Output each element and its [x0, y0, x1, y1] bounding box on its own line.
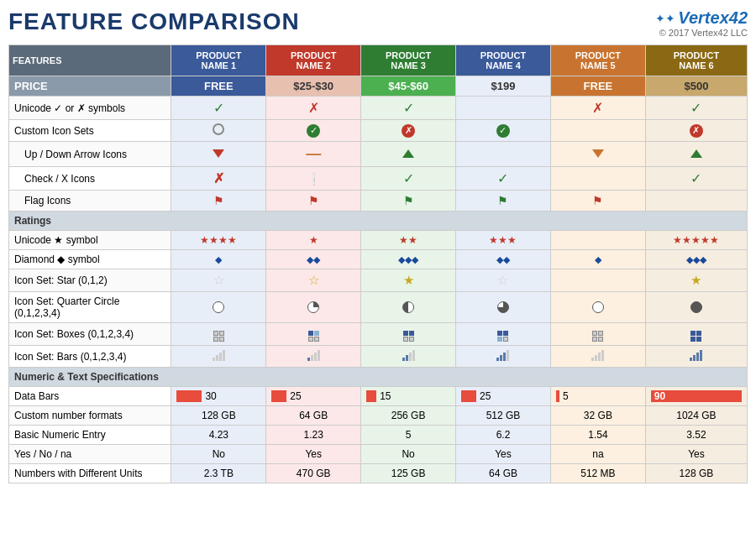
- cell-p6: 3.52: [645, 426, 747, 445]
- row-numbers-units: Numbers with Different Units 2.3 TB 470 …: [9, 464, 748, 483]
- feat-unicode-star: Unicode ★ symbol: [9, 231, 171, 250]
- section-ratings-label: Ratings: [9, 212, 748, 231]
- cell-p4: ✓: [456, 167, 551, 191]
- cell-p2: ✓: [266, 120, 361, 142]
- cell-p4: Yes: [456, 445, 551, 464]
- cell-p6: Yes: [645, 445, 747, 464]
- cell-p4: [456, 97, 551, 120]
- cell-p1: ⚑: [171, 191, 266, 212]
- cell-p3: ◆◆◆: [361, 250, 456, 269]
- price-p6: $500: [645, 76, 747, 97]
- cell-p1: ✗: [171, 167, 266, 191]
- cell-p3: [361, 323, 456, 346]
- cell-p2: —: [266, 142, 361, 167]
- comparison-table: FEATURES PRODUCTNAME 1 PRODUCTNAME 2 PRO…: [8, 44, 748, 483]
- page-header: FEATURE COMPARISON ✦✦ Vertex42 © 2017 Ve…: [8, 8, 748, 38]
- feat-flags: Flag Icons: [9, 191, 171, 212]
- cell-p2: 64 GB: [266, 406, 361, 426]
- cell-p6: 1024 GB: [645, 406, 747, 426]
- cell-p5: ◆: [550, 250, 645, 269]
- cell-p6: [645, 292, 747, 323]
- cell-p3: ✓: [361, 167, 456, 191]
- cell-p1: [171, 346, 266, 368]
- cell-p4: ⚑: [456, 191, 551, 212]
- price-p4: $199: [456, 76, 551, 97]
- price-row: PRICE FREE $25-$30 $45-$60 $199 FREE $50…: [9, 76, 748, 97]
- cell-p4: ★★★: [456, 231, 551, 250]
- th-features: FEATURES: [9, 45, 171, 76]
- cell-p5: 512 MB: [550, 464, 645, 483]
- cell-p4: [456, 346, 551, 368]
- row-iconset-bars: Icon Set: Bars (0,1,2,3,4): [9, 346, 748, 368]
- cell-p2: ✗: [266, 97, 361, 120]
- cell-p5: [550, 269, 645, 292]
- cell-p1: 2.3 TB: [171, 464, 266, 483]
- cell-p1: ◆: [171, 250, 266, 269]
- cell-p5: [550, 120, 645, 142]
- cell-p6: 90: [645, 387, 747, 406]
- cell-p6: ★★★★★: [645, 231, 747, 250]
- row-updown-arrows: Up / Down Arrow Icons —: [9, 142, 748, 167]
- cell-p1: ★★★★: [171, 231, 266, 250]
- feat-iconset-quarter: Icon Set: Quarter Circle (0,1,2,3,4): [9, 292, 171, 323]
- cell-p6: [645, 191, 747, 212]
- cell-p5: [550, 323, 645, 346]
- cell-p1: 30: [171, 387, 266, 406]
- cell-p6: [645, 346, 747, 368]
- row-custom-icon-sets: Custom Icon Sets ✓ ✗ ✓ ✗: [9, 120, 748, 142]
- cell-p2: 25: [266, 387, 361, 406]
- cell-p3: ★★: [361, 231, 456, 250]
- cell-p2: Yes: [266, 445, 361, 464]
- cell-p2: [266, 292, 361, 323]
- cell-p1: 128 GB: [171, 406, 266, 426]
- feat-yes-no-na: Yes / No / na: [9, 445, 171, 464]
- row-yes-no-na: Yes / No / na No Yes No Yes na Yes: [9, 445, 748, 464]
- cell-p1: 4.23: [171, 426, 266, 445]
- cell-p3: ✗: [361, 120, 456, 142]
- cell-p3: 15: [361, 387, 456, 406]
- cell-p6: [645, 142, 747, 167]
- cell-p5: [550, 292, 645, 323]
- cell-p6: [645, 323, 747, 346]
- cell-p6: ★: [645, 269, 747, 292]
- row-iconset-boxes: Icon Set: Boxes (0,1,2,3,4): [9, 323, 748, 346]
- th-p6: PRODUCTNAME 6: [645, 45, 747, 76]
- cell-p6: ◆◆◆: [645, 250, 747, 269]
- cell-p2: ❕: [266, 167, 361, 191]
- cell-p4: 6.2: [456, 426, 551, 445]
- cell-p6: ✗: [645, 120, 747, 142]
- feat-iconset-boxes: Icon Set: Boxes (0,1,2,3,4): [9, 323, 171, 346]
- cell-p5: [550, 167, 645, 191]
- cell-p5: [550, 346, 645, 368]
- cell-p6: ✓: [645, 97, 747, 120]
- cell-p4: [456, 142, 551, 167]
- logo: ✦✦ Vertex42: [655, 8, 748, 28]
- section-ratings: Ratings: [9, 212, 748, 231]
- feat-numbers-units: Numbers with Different Units: [9, 464, 171, 483]
- logo-sub: © 2017 Vertex42 LLC: [655, 28, 748, 38]
- th-p5: PRODUCTNAME 5: [550, 45, 645, 76]
- cell-p5: 32 GB: [550, 406, 645, 426]
- cell-p5: 5: [550, 387, 645, 406]
- cell-p4: ✓: [456, 120, 551, 142]
- cell-p2: [266, 323, 361, 346]
- cell-p1: [171, 142, 266, 167]
- section-numeric: Numeric & Text Specifications: [9, 368, 748, 387]
- cell-p5: [550, 231, 645, 250]
- th-p1: PRODUCTNAME 1: [171, 45, 266, 76]
- row-data-bars: Data Bars 30 25 15: [9, 387, 748, 406]
- cell-p1: ☆: [171, 269, 266, 292]
- cell-p2: 470 GB: [266, 464, 361, 483]
- column-headers: FEATURES PRODUCTNAME 1 PRODUCTNAME 2 PRO…: [9, 45, 748, 76]
- cell-p5: ✗: [550, 97, 645, 120]
- cell-p3: ★: [361, 269, 456, 292]
- cell-p4: ☆: [456, 269, 551, 292]
- cell-p6: ✓: [645, 167, 747, 191]
- feat-iconset-star: Icon Set: Star (0,1,2): [9, 269, 171, 292]
- price-p3: $45-$60: [361, 76, 456, 97]
- cell-p2: ⚑: [266, 191, 361, 212]
- cell-p3: 5: [361, 426, 456, 445]
- th-p2: PRODUCTNAME 2: [266, 45, 361, 76]
- cell-p5: na: [550, 445, 645, 464]
- cell-p2: ☆: [266, 269, 361, 292]
